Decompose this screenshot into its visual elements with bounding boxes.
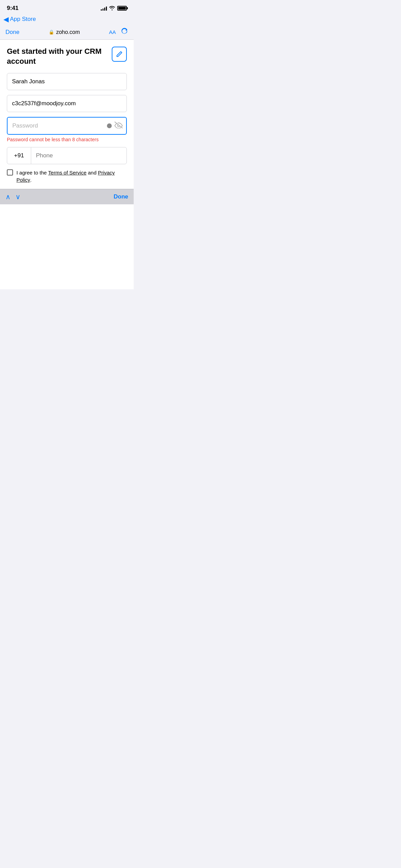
back-arrow-icon: ◀ [3, 15, 9, 23]
edit-icon-button[interactable] [112, 47, 127, 62]
browser-actions: AA [109, 27, 128, 37]
refresh-button[interactable] [121, 27, 128, 37]
status-bar: 9:41 [0, 0, 134, 14]
lock-icon: 🔒 [49, 29, 54, 35]
password-wrapper [7, 117, 127, 135]
password-dot-icon [107, 123, 112, 128]
name-input[interactable] [7, 73, 127, 90]
toolbar-arrows: ∧ ∨ [5, 193, 21, 201]
status-icons [101, 5, 127, 11]
email-input[interactable] [7, 95, 127, 112]
password-toggle-icon[interactable] [114, 122, 123, 130]
keyboard-done-button[interactable]: Done [114, 193, 129, 200]
browser-done-button[interactable]: Done [5, 29, 20, 36]
battery-icon [117, 6, 127, 11]
page-title: Get started with your CRM account [7, 47, 108, 66]
phone-row: +91 [7, 147, 127, 164]
back-nav[interactable]: ◀ App Store [0, 14, 134, 25]
wifi-icon [109, 5, 115, 11]
browser-bar: Done 🔒 zoho.com AA [0, 25, 134, 40]
terms-checkbox[interactable] [7, 169, 13, 176]
country-code[interactable]: +91 [7, 147, 31, 164]
terms-period: . [30, 177, 32, 183]
toolbar-down-arrow[interactable]: ∨ [15, 193, 21, 201]
status-time: 9:41 [7, 5, 19, 12]
terms-row: I agree to the Terms of Service and Priv… [7, 169, 127, 183]
main-content: Get started with your CRM account Pa [0, 40, 134, 189]
content-spacer [0, 204, 134, 289]
text-size-button[interactable]: AA [109, 29, 116, 35]
phone-input[interactable] [31, 147, 126, 164]
signal-icon [101, 6, 107, 11]
back-label[interactable]: App Store [10, 16, 36, 23]
terms-prefix: I agree to the [16, 170, 48, 176]
browser-url-text: zoho.com [56, 29, 80, 35]
terms-text: I agree to the Terms of Service and Priv… [16, 169, 127, 183]
password-error: Password cannot be less than 8 character… [7, 137, 127, 142]
toolbar-up-arrow[interactable]: ∧ [5, 193, 11, 201]
keyboard-toolbar: ∧ ∨ Done [0, 189, 134, 204]
browser-url: 🔒 zoho.com [49, 29, 80, 35]
terms-of-service-link[interactable]: Terms of Service [48, 170, 87, 176]
terms-and: and [86, 170, 98, 176]
page-title-row: Get started with your CRM account [7, 47, 127, 66]
